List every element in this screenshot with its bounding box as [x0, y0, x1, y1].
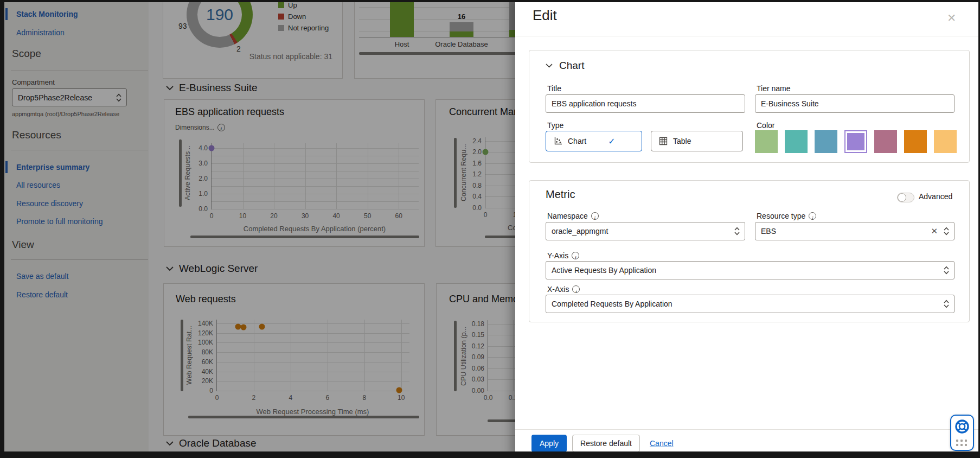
- y-axis-label: Y-Axis: [547, 251, 579, 260]
- chevron-updown-icon: [943, 226, 950, 236]
- divider: [515, 36, 980, 36]
- chevron-updown-icon: [943, 299, 950, 309]
- color-swatch-purple-selected[interactable]: [844, 130, 867, 153]
- chevron-updown-icon: [943, 265, 950, 275]
- window-frame: [0, 0, 980, 2]
- resource-type-select[interactable]: EBS ✕: [755, 222, 955, 240]
- y-axis-select[interactable]: Active Requests By Application: [546, 261, 955, 279]
- close-icon[interactable]: ✕: [944, 11, 959, 25]
- title-input[interactable]: [546, 94, 745, 113]
- type-table-button[interactable]: Table: [651, 131, 743, 151]
- metric-heading: Metric: [546, 188, 575, 201]
- chart-icon: [554, 137, 562, 145]
- clear-icon[interactable]: ✕: [931, 226, 938, 236]
- label-text: Resource type: [757, 212, 805, 220]
- namespace-label: Namespace: [547, 212, 599, 220]
- restore-default-button[interactable]: Restore default: [572, 435, 640, 452]
- type-chart-button[interactable]: Chart ✓: [546, 131, 642, 151]
- y-axis-value: Active Requests By Application: [552, 266, 943, 275]
- title-label: Title: [547, 84, 561, 93]
- window-frame: [0, 451, 980, 458]
- drag-handle-dots[interactable]: [956, 440, 967, 446]
- window-frame: [0, 0, 4, 458]
- advanced-toggle[interactable]: [897, 193, 914, 202]
- tier-name-input[interactable]: [755, 94, 955, 113]
- screen: Stack Monitoring Administration Scope Co…: [0, 0, 980, 458]
- life-preserver-icon[interactable]: [955, 419, 970, 434]
- footer-buttons: Apply Restore default Cancel: [531, 435, 674, 452]
- tier-name-label: Tier name: [757, 84, 791, 93]
- color-label: Color: [757, 121, 774, 130]
- color-swatch-green[interactable]: [755, 130, 778, 153]
- type-label: Type: [547, 121, 563, 130]
- resource-type-label: Resource type: [757, 212, 816, 220]
- chart-section-header[interactable]: Chart: [546, 60, 584, 72]
- label-text: X-Axis: [547, 285, 569, 294]
- info-icon[interactable]: [572, 285, 580, 293]
- chevron-updown-icon: [734, 226, 740, 236]
- modal-dim-overlay: [0, 0, 515, 458]
- info-icon[interactable]: [572, 252, 579, 259]
- type-chart-label: Chart: [568, 137, 586, 145]
- edit-panel: Edit ✕ Chart Title Tier name Type Chart …: [515, 0, 980, 458]
- check-icon: ✓: [608, 136, 615, 147]
- color-swatch-light-orange[interactable]: [934, 130, 957, 153]
- help-widget[interactable]: [950, 415, 974, 451]
- color-swatch-teal[interactable]: [785, 130, 808, 153]
- color-swatch-orange[interactable]: [904, 130, 927, 153]
- namespace-value: oracle_appmgmt: [552, 227, 734, 236]
- toggle-knob: [898, 193, 906, 202]
- x-axis-label: X-Axis: [547, 285, 580, 294]
- chart-section-card: Chart Title Tier name Type Chart ✓ T: [529, 50, 970, 163]
- color-swatch-blue[interactable]: [815, 130, 837, 153]
- table-icon: [659, 137, 668, 145]
- cancel-link[interactable]: Cancel: [650, 439, 674, 448]
- namespace-select[interactable]: oracle_appmgmt: [546, 222, 745, 240]
- resource-type-value: EBS: [761, 227, 931, 236]
- x-axis-select[interactable]: Completed Requests By Application: [546, 295, 955, 313]
- info-icon[interactable]: [591, 212, 599, 220]
- label-text: Y-Axis: [547, 251, 568, 260]
- color-swatch-mauve[interactable]: [874, 130, 897, 153]
- metric-section-card: Metric Advanced Namespace oracle_appmgmt…: [529, 180, 970, 322]
- apply-button[interactable]: Apply: [531, 435, 567, 452]
- info-icon[interactable]: [809, 212, 816, 220]
- type-table-label: Table: [673, 137, 691, 145]
- chevron-down-icon: [546, 63, 553, 68]
- advanced-label: Advanced: [919, 192, 952, 201]
- label-text: Namespace: [547, 212, 588, 220]
- x-axis-value: Completed Requests By Application: [552, 300, 943, 308]
- panel-title: Edit: [533, 7, 557, 24]
- section-heading: Chart: [559, 60, 584, 72]
